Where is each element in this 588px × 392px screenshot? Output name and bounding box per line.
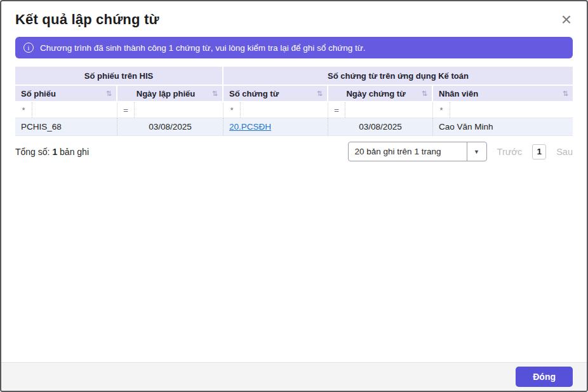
page-size-dropdown[interactable]: 20 bản ghi trên 1 trang ▼	[348, 142, 487, 161]
column-header-ngay-lap-phieu[interactable]: Ngày lập phiếu ⇅	[117, 86, 224, 102]
filter-input-nhan-vien[interactable]	[450, 102, 573, 118]
sort-icon[interactable]: ⇅	[212, 90, 218, 98]
sort-icon[interactable]: ⇅	[106, 90, 112, 98]
close-icon[interactable]: ×	[560, 11, 573, 28]
filter-operator[interactable]: *	[433, 102, 450, 118]
table-column-header-row: Số phiếu ⇅ Ngày lập phiếu ⇅ Số chứng từ …	[15, 86, 573, 102]
dialog-footer: Đóng	[1, 362, 587, 391]
filter-input-so-phieu[interactable]	[32, 102, 117, 118]
current-page-indicator[interactable]: 1	[532, 144, 546, 159]
prev-page-button[interactable]: Trước	[497, 147, 523, 157]
table-row: PCHIS_68 03/08/2025 20.PCSĐH 03/08/2025 …	[15, 118, 573, 136]
result-table: Số phiếu trên HIS Số chứng từ trên ứng d…	[15, 67, 573, 136]
filter-input-so-chung-tu[interactable]	[241, 102, 328, 118]
sort-icon[interactable]: ⇅	[563, 90, 568, 98]
success-banner: i Chương trình đã sinh thành công 1 chứn…	[15, 37, 573, 58]
group-header-his: Số phiếu trên HIS	[15, 67, 224, 86]
dialog-header: Kết quả lập chứng từ ×	[1, 1, 587, 34]
cell-so-phieu: PCHIS_68	[15, 118, 117, 136]
cell-ngay-lap-phieu: 03/08/2025	[117, 118, 224, 136]
document-link[interactable]: 20.PCSĐH	[229, 122, 271, 132]
sort-icon[interactable]: ⇅	[317, 90, 323, 98]
info-icon: i	[23, 43, 34, 53]
pagination-controls: 20 bản ghi trên 1 trang ▼ Trước 1 Sau	[348, 142, 573, 161]
sort-icon[interactable]: ⇅	[422, 90, 427, 98]
table-group-header-row: Số phiếu trên HIS Số chứng từ trên ứng d…	[15, 67, 573, 86]
filter-input-ngay-chung-tu[interactable]	[345, 102, 432, 118]
page-size-selected-value: 20 bản ghi trên 1 trang	[349, 142, 467, 161]
result-dialog: { "dialog": { "title": "Kết quả lập chứn…	[0, 0, 588, 392]
column-header-so-chung-tu[interactable]: Số chứng từ ⇅	[224, 86, 328, 102]
column-header-so-phieu[interactable]: Số phiếu ⇅	[15, 86, 117, 102]
filter-input-ngay-lap-phieu[interactable]	[135, 102, 223, 118]
group-header-ketoan: Số chứng từ trên ứng dụng Kế toán	[224, 67, 573, 86]
total-records-text: Tổng số: 1 bản ghi	[15, 147, 89, 157]
filter-operator[interactable]: =	[117, 102, 135, 118]
table-filter-row: * = * = *	[15, 102, 573, 118]
cell-ngay-chung-tu: 03/08/2025	[328, 118, 433, 136]
next-page-button[interactable]: Sau	[556, 147, 573, 157]
cell-so-chung-tu: 20.PCSĐH	[224, 118, 328, 136]
banner-text: Chương trình đã sinh thành công 1 chứng …	[40, 43, 366, 53]
pagination-bar: Tổng số: 1 bản ghi 20 bản ghi trên 1 tra…	[15, 141, 573, 162]
total-count: 1	[52, 147, 57, 157]
filter-operator[interactable]: *	[224, 102, 241, 118]
filter-operator[interactable]: *	[15, 102, 32, 118]
column-header-ngay-chung-tu[interactable]: Ngày chứng từ ⇅	[328, 86, 433, 102]
filter-operator[interactable]: =	[328, 102, 345, 118]
cell-nhan-vien: Cao Văn Minh	[433, 118, 573, 136]
result-table-wrap: Số phiếu trên HIS Số chứng từ trên ứng d…	[15, 67, 573, 136]
page-title: Kết quả lập chứng từ	[15, 11, 159, 28]
chevron-down-icon[interactable]: ▼	[467, 142, 486, 161]
close-button[interactable]: Đóng	[516, 367, 573, 387]
column-header-nhan-vien[interactable]: Nhân viên ⇅	[433, 86, 573, 102]
